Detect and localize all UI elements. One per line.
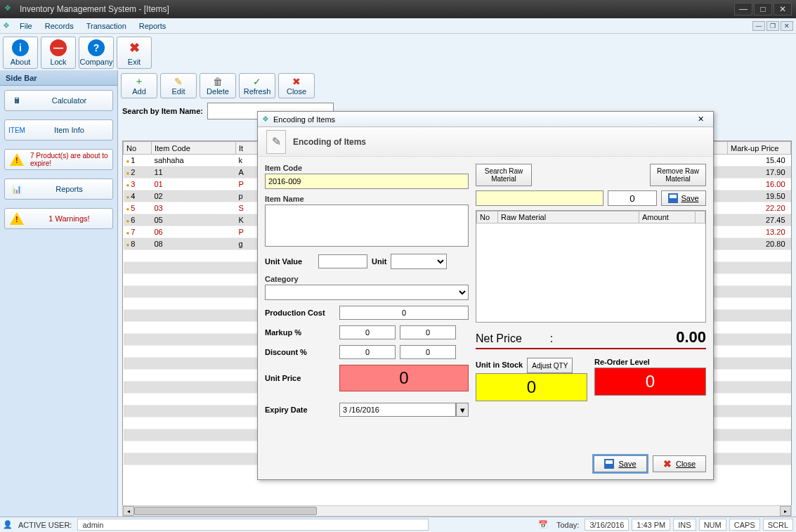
net-price-label: Net Price bbox=[476, 332, 522, 345]
discount-input-2[interactable] bbox=[400, 345, 456, 359]
discount-label: Discount % bbox=[265, 348, 335, 356]
raw-col-amount[interactable]: Amount bbox=[639, 212, 696, 223]
dialog-save-button[interactable]: Save bbox=[594, 455, 647, 472]
save-icon bbox=[604, 459, 614, 469]
minimize-button[interactable]: — bbox=[734, 3, 752, 15]
item-code-input[interactable] bbox=[265, 174, 469, 189]
today-label: Today: bbox=[554, 521, 582, 529]
dialog-titlebar[interactable]: ❖ Encoding of Items ✕ bbox=[258, 112, 713, 127]
unit-select[interactable] bbox=[391, 254, 447, 269]
mdi-close-button[interactable]: ✕ bbox=[781, 21, 793, 31]
main-toolbar: i About — Lock ? Company ✖ Exit bbox=[0, 34, 796, 72]
active-user-value: admin bbox=[77, 519, 429, 531]
markup-input-2[interactable] bbox=[400, 325, 456, 339]
col-no[interactable]: No bbox=[124, 142, 152, 155]
info-icon: i bbox=[12, 39, 29, 56]
raw-material-amount-input[interactable] bbox=[608, 190, 657, 206]
items-toolbar: ＋Add ✎Edit 🗑Delete ✓Refresh ✖Close bbox=[121, 73, 793, 98]
window-title: Inventory Management System - [Items] bbox=[20, 4, 734, 14]
add-button[interactable]: ＋Add bbox=[121, 73, 157, 98]
col-markup[interactable]: Mark-up Price bbox=[728, 142, 791, 155]
mdi-minimize-button[interactable]: — bbox=[752, 21, 765, 31]
lock-button[interactable]: — Lock bbox=[41, 37, 76, 69]
category-select[interactable] bbox=[265, 285, 469, 300]
unit-value-label: Unit Value bbox=[265, 257, 314, 266]
edit-icon: ✎ bbox=[174, 76, 183, 87]
reorder-display: 0 bbox=[594, 368, 706, 396]
expiry-date-input[interactable] bbox=[339, 403, 456, 417]
unit-in-stock-label: Unit in Stock bbox=[476, 361, 523, 369]
adjust-qty-button[interactable]: Adjust QTY bbox=[527, 358, 573, 373]
sidebar-reports[interactable]: 📊 Reports bbox=[4, 179, 113, 200]
menu-reports[interactable]: Reports bbox=[133, 20, 172, 32]
about-button[interactable]: i About bbox=[3, 37, 38, 69]
warning-icon bbox=[9, 152, 25, 167]
maximize-button[interactable]: □ bbox=[754, 3, 772, 15]
unit-price-label: Unit Price bbox=[265, 374, 335, 382]
sidebar-expire-warning[interactable]: 7 Product(s) are about to expire! bbox=[4, 149, 113, 170]
calendar-icon: 📅 bbox=[538, 520, 548, 529]
scroll-right-button[interactable]: ▸ bbox=[780, 506, 791, 516]
raw-col-no[interactable]: No bbox=[477, 212, 498, 223]
menu-file[interactable]: File bbox=[14, 20, 38, 32]
scroll-thumb[interactable] bbox=[134, 507, 317, 515]
dialog-icon: ❖ bbox=[262, 115, 269, 124]
app-icon: ❖ bbox=[4, 4, 15, 15]
scroll-left-button[interactable]: ◂ bbox=[123, 506, 134, 516]
exit-button[interactable]: ✖ Exit bbox=[117, 37, 152, 69]
exit-label: Exit bbox=[128, 58, 141, 66]
dialog-banner: ✎ Encoding of Items bbox=[258, 127, 713, 157]
sidebar-header: Side Bar bbox=[6, 74, 37, 82]
item-name-input[interactable] bbox=[265, 205, 469, 247]
dialog-close-button-footer[interactable]: ✖ Close bbox=[653, 455, 706, 472]
clipboard-icon: ✎ bbox=[266, 130, 286, 154]
horizontal-scrollbar[interactable]: ◂ ▸ bbox=[122, 505, 792, 517]
close-button[interactable]: ✕ bbox=[774, 3, 792, 15]
item-name-label: Item Name bbox=[265, 195, 469, 203]
remove-raw-button[interactable]: Remove Raw Material bbox=[650, 164, 706, 186]
delete-button[interactable]: 🗑Delete bbox=[200, 73, 236, 98]
sidebar-reports-label: Reports bbox=[30, 185, 108, 193]
category-label: Category bbox=[265, 275, 469, 283]
edit-button[interactable]: ✎Edit bbox=[160, 73, 197, 98]
unit-value-input[interactable] bbox=[318, 254, 367, 268]
sidebar-warnings-label: 1 Warnings! bbox=[30, 214, 108, 223]
close-icon: ✖ bbox=[292, 76, 301, 87]
raw-materials-table[interactable]: No Raw Material Amount bbox=[476, 210, 706, 323]
expiry-dropdown-button[interactable]: ▾ bbox=[456, 403, 469, 417]
sidebar-calculator[interactable]: 🖩 Calculator bbox=[4, 90, 113, 111]
warning-icon bbox=[9, 211, 25, 226]
net-price-value: 0.00 bbox=[553, 328, 706, 346]
refresh-button[interactable]: ✓Refresh bbox=[239, 73, 275, 98]
production-cost-label: Production Cost bbox=[265, 309, 335, 317]
dialog-banner-title: Encoding of Items bbox=[293, 137, 366, 147]
reorder-label: Re-Order Level bbox=[594, 358, 706, 366]
reports-icon: 📊 bbox=[9, 181, 25, 197]
raw-col-material[interactable]: Raw Material bbox=[498, 212, 639, 223]
col-item-code[interactable]: Item Code bbox=[152, 142, 236, 155]
unit-label: Unit bbox=[372, 257, 386, 266]
production-cost-input[interactable] bbox=[339, 306, 469, 320]
sidebar-item-info[interactable]: ITEM Item Info bbox=[4, 119, 113, 141]
close-items-button[interactable]: ✖Close bbox=[278, 73, 315, 98]
markup-input-1[interactable] bbox=[339, 325, 396, 339]
expiry-label: Expiry Date bbox=[265, 406, 335, 414]
raw-save-button[interactable]: Save bbox=[661, 190, 706, 206]
lock-icon: — bbox=[50, 39, 67, 56]
menu-records[interactable]: Records bbox=[39, 20, 79, 32]
add-icon: ＋ bbox=[134, 76, 144, 87]
mdi-restore-button[interactable]: ❐ bbox=[766, 21, 779, 31]
window-titlebar: ❖ Inventory Management System - [Items] … bbox=[0, 0, 796, 18]
markup-label: Markup % bbox=[265, 328, 335, 337]
search-label: Search by Item Name: bbox=[122, 107, 203, 115]
company-button[interactable]: ? Company bbox=[79, 37, 114, 69]
menubar: ❖ File Records Transaction Reports — ❐ ✕ bbox=[0, 18, 796, 34]
search-raw-button[interactable]: Search Raw Material bbox=[476, 164, 532, 186]
sidebar-warnings[interactable]: 1 Warnings! bbox=[4, 208, 113, 229]
discount-input-1[interactable] bbox=[339, 345, 396, 359]
raw-material-name-input[interactable] bbox=[476, 190, 603, 206]
dialog-close-button[interactable]: ✕ bbox=[692, 114, 709, 125]
exit-icon: ✖ bbox=[126, 39, 143, 56]
menu-transaction[interactable]: Transaction bbox=[81, 20, 132, 32]
caps-indicator: CAPS bbox=[729, 519, 760, 531]
